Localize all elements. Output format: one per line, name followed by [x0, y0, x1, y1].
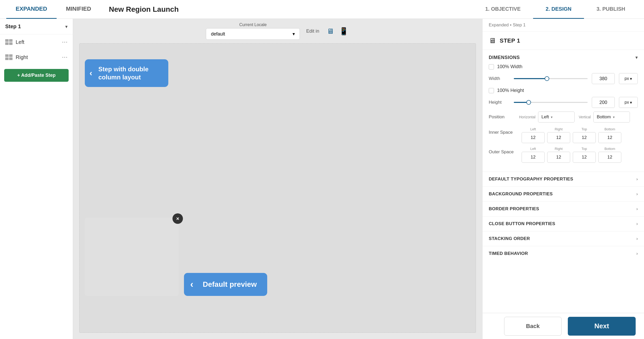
outer-space-row: Outer Space Left 12 Right 12 Top 12 [489, 147, 638, 163]
height-slider-thumb[interactable] [526, 100, 531, 105]
close-badge[interactable]: × [172, 213, 183, 224]
outer-right-input[interactable]: 12 [547, 152, 570, 163]
vertical-select[interactable]: Bottom ▾ [593, 112, 630, 122]
width-label: Width [489, 76, 510, 81]
outer-left-input[interactable]: 12 [522, 152, 545, 163]
layer-icon-left [5, 39, 13, 45]
outer-top-label: Top [582, 147, 587, 151]
wizard-tabs: 1. OBJECTIVE 2. DESIGN 3. PUBLISH [473, 0, 638, 19]
timed-expand-icon: › [636, 251, 638, 256]
dimensions-label: DIMENSIONS [489, 55, 520, 60]
inner-top-input[interactable]: 12 [573, 132, 596, 143]
right-panel: Expanded • Step 1 🖥 STEP 1 DIMENSIONS ▾ … [482, 19, 644, 339]
outer-top-input[interactable]: 12 [573, 152, 596, 163]
locale-group: Current Locale default ▾ [206, 22, 300, 40]
outer-space-label: Outer Space [489, 149, 517, 155]
outer-left-label: Left [530, 147, 536, 151]
tab-expanded[interactable]: EXPANDED [6, 0, 57, 19]
layer-more-left[interactable]: ⋯ [62, 39, 68, 45]
layer-more-right[interactable]: ⋯ [62, 54, 68, 61]
inner-bottom-input[interactable]: 12 [598, 132, 621, 143]
page-title: New Region Launch [109, 5, 473, 14]
canvas-toolbar: Current Locale default ▾ Edit in 🖥 📱 [73, 19, 482, 43]
width-100-label: 100% Width [497, 64, 522, 69]
timed-section[interactable]: TIMED BEHAVIOR › [482, 246, 644, 261]
layer-label-left: Left [16, 39, 24, 45]
typography-expand-icon: › [636, 177, 638, 182]
desktop-icon[interactable]: 🖥 [326, 26, 335, 37]
height-100-label: 100% Height [497, 88, 524, 93]
width-slider-fill [514, 78, 547, 79]
chevron-down-icon[interactable]: ▾ [65, 24, 68, 30]
outer-bottom-input[interactable]: 12 [598, 152, 621, 163]
locale-select[interactable]: default ▾ [206, 28, 300, 40]
inner-left-input[interactable]: 12 [522, 132, 545, 143]
step-bubble-text: Step with double column layout [98, 66, 148, 81]
locale-dropdown-icon: ▾ [293, 31, 295, 37]
border-section[interactable]: BORDER PROPERTIES › [482, 201, 644, 216]
width-100-checkbox[interactable] [489, 64, 494, 69]
layer-icon-right [5, 54, 13, 60]
tab-minified[interactable]: MINIFIED [57, 0, 101, 19]
layer-label-right: Right [16, 54, 28, 60]
width-input[interactable]: 380 [592, 73, 615, 84]
typography-section[interactable]: DEFAULT TYPOGRAPHY PROPERTIES › [482, 172, 644, 186]
stacking-expand-icon: › [636, 236, 638, 241]
height-100-checkbox[interactable] [489, 88, 494, 93]
inner-space-row: Inner Space Left 12 Right 12 Top 12 [489, 127, 638, 143]
wizard-tab-design[interactable]: 2. DESIGN [533, 0, 584, 19]
stacking-label: STACKING ORDER [489, 236, 530, 241]
unit-dropdown-icon: ▾ [630, 76, 632, 81]
canvas-area: Current Locale default ▾ Edit in 🖥 📱 Ste… [73, 19, 482, 339]
outer-right-label: Right [555, 147, 563, 151]
layer-item-right[interactable]: Right ⋯ [0, 50, 73, 65]
mobile-icon[interactable]: 📱 [338, 26, 349, 37]
preview-card: × [85, 218, 179, 296]
left-panel: Step 1 ▾ Left ⋯ Right ⋯ + Add/Paste Step [0, 19, 73, 339]
layer-item-left[interactable]: Left ⋯ [0, 34, 73, 50]
timed-label: TIMED BEHAVIOR [489, 251, 528, 256]
preview-bubble-text: Default preview [203, 280, 257, 288]
width-slider-track[interactable] [514, 78, 588, 79]
step-selector[interactable]: Step 1 ▾ [0, 19, 73, 34]
inner-right-input[interactable]: 12 [547, 132, 570, 143]
next-button[interactable]: Next [568, 317, 636, 336]
background-section[interactable]: BACKGROUND PROPERTIES › [482, 186, 644, 201]
height-label: Height [489, 100, 510, 105]
width-unit-select[interactable]: px ▾ [619, 73, 638, 84]
add-step-button[interactable]: + Add/Paste Step [4, 69, 69, 82]
height-slider-track[interactable] [514, 102, 588, 103]
horizontal-sublabel: Horizontal [519, 115, 535, 119]
vertical-sublabel: Vertical [579, 115, 591, 119]
dimensions-body: 100% Width Width 380 px ▾ 100% Height [482, 64, 644, 172]
inner-top-label: Top [582, 127, 587, 131]
typography-label: DEFAULT TYPOGRAPHY PROPERTIES [489, 177, 573, 182]
height-unit-select[interactable]: px ▾ [619, 97, 638, 108]
step-selector-label: Step 1 [5, 24, 21, 30]
top-bar: EXPANDED MINIFIED New Region Launch 1. O… [0, 0, 644, 19]
inner-space-label: Inner Space [489, 130, 517, 135]
wizard-tab-objective[interactable]: 1. OBJECTIVE [473, 0, 533, 19]
close-button-expand-icon: › [636, 221, 638, 226]
width-slider-row: Width 380 px ▾ [489, 73, 638, 84]
vertical-dropdown-icon: ▾ [613, 115, 615, 119]
back-button[interactable]: Back [504, 317, 562, 336]
stacking-section[interactable]: STACKING ORDER › [482, 231, 644, 246]
dimensions-section-header[interactable]: DIMENSIONS ▾ [482, 50, 644, 64]
dimensions-collapse-icon: ▾ [635, 55, 638, 60]
outer-bottom-label: Bottom [604, 147, 615, 151]
horizontal-select[interactable]: Left ▾ [538, 112, 575, 122]
breadcrumb-text: Expanded • Step 1 [489, 22, 526, 27]
vertical-value: Bottom [597, 114, 611, 120]
horizontal-value: Left [541, 114, 549, 120]
border-expand-icon: › [636, 207, 638, 211]
close-button-section[interactable]: CLOSE BUTTON PROPERTIES › [482, 216, 644, 231]
height-100-row: 100% Height [489, 88, 638, 93]
height-input[interactable]: 200 [592, 97, 615, 108]
wizard-tab-publish[interactable]: 3. PUBLISH [584, 0, 638, 19]
inner-left-label: Left [530, 127, 536, 131]
background-label: BACKGROUND PROPERTIES [489, 191, 553, 197]
width-slider-thumb[interactable] [545, 76, 549, 81]
inner-right-label: Right [555, 127, 563, 131]
edit-in-label: Edit in [306, 28, 319, 34]
